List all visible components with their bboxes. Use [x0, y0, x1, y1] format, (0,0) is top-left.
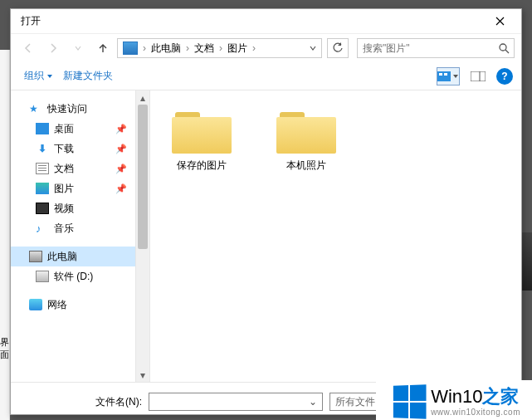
- sidebar-quick-access[interactable]: ★快速访问: [11, 99, 135, 119]
- document-icon: [36, 163, 49, 174]
- svg-rect-3: [444, 73, 447, 76]
- new-folder-label: 新建文件夹: [63, 69, 113, 83]
- folder-icon: [276, 107, 336, 154]
- filter-label: 所有文件: [335, 395, 375, 409]
- view-mode-button[interactable]: [437, 67, 460, 85]
- pin-icon: 📌: [115, 144, 127, 154]
- breadcrumb-dropdown[interactable]: [306, 44, 320, 52]
- organize-button[interactable]: 组织: [19, 66, 58, 86]
- folder-name: 保存的图片: [177, 159, 227, 173]
- folder-name: 本机照片: [286, 159, 326, 173]
- folder-icon: [172, 107, 232, 154]
- sidebar-item-label: 下载: [54, 142, 74, 156]
- svg-rect-2: [439, 73, 442, 76]
- sidebar-item-desktop[interactable]: 桌面📌: [11, 119, 135, 139]
- dialog-body: ★快速访问 桌面📌 ⬇下载📌 文档📌 图片📌 视频 ♪音乐 此电脑 软件 (D:…: [11, 90, 521, 382]
- sidebar-item-label: 图片: [54, 182, 74, 196]
- windows-logo-icon: [393, 384, 427, 418]
- toolbar: 组织 新建文件夹 ?: [11, 62, 521, 90]
- sidebar-item-drive[interactable]: 软件 (D:): [11, 266, 135, 286]
- watermark-brand: Win10之家: [431, 387, 520, 407]
- breadcrumb-bar[interactable]: › 此电脑 › 文档 › 图片 ›: [117, 38, 322, 58]
- scroll-track[interactable]: [136, 105, 149, 368]
- watermark: Win10之家 www.win10xitong.com: [376, 380, 532, 420]
- sidebar-item-label: 软件 (D:): [54, 270, 93, 284]
- pin-icon: 📌: [115, 183, 127, 194]
- sidebar-item-pictures[interactable]: 图片📌: [11, 178, 135, 198]
- download-icon: ⬇: [36, 143, 49, 154]
- search-input[interactable]: [358, 42, 494, 54]
- network-icon: [29, 299, 42, 310]
- filename-input[interactable]: [153, 396, 307, 408]
- close-button[interactable]: [483, 10, 516, 33]
- titlebar: 打开: [11, 9, 521, 34]
- window-title: 打开: [21, 14, 483, 28]
- help-button[interactable]: ?: [496, 68, 513, 85]
- desktop-icon: [36, 123, 49, 134]
- chevron-down-icon[interactable]: ⌄: [307, 396, 319, 408]
- pc-icon: [29, 251, 42, 262]
- forward-button[interactable]: [42, 37, 64, 59]
- scroll-down-icon[interactable]: ▾: [136, 368, 149, 382]
- sidebar-network[interactable]: 网络: [11, 295, 135, 315]
- sidebar: ★快速访问 桌面📌 ⬇下载📌 文档📌 图片📌 视频 ♪音乐 此电脑 软件 (D:…: [11, 90, 150, 382]
- pin-icon: 📌: [115, 124, 127, 134]
- chevron-right-icon: ›: [251, 42, 257, 54]
- chevron-right-icon: ›: [184, 42, 191, 54]
- video-icon: [36, 203, 49, 214]
- chevron-right-icon: ›: [141, 42, 148, 54]
- crumb-pc[interactable]: 此电脑: [148, 42, 184, 56]
- sidebar-item-music[interactable]: ♪音乐: [11, 218, 135, 238]
- svg-point-0: [500, 44, 506, 51]
- watermark-url: www.win10xitong.com: [431, 408, 520, 417]
- svg-rect-1: [437, 71, 451, 81]
- behind-label: 界面: [0, 336, 9, 361]
- content-area[interactable]: 保存的图片 本机照片: [150, 90, 521, 382]
- sidebar-item-downloads[interactable]: ⬇下载📌: [11, 139, 135, 159]
- organize-label: 组织: [24, 69, 44, 83]
- music-icon: ♪: [36, 222, 49, 234]
- scroll-thumb[interactable]: [138, 105, 148, 249]
- sidebar-item-label: 桌面: [54, 122, 74, 136]
- this-pc-label: 此电脑: [47, 250, 77, 264]
- recent-dropdown[interactable]: [67, 37, 89, 59]
- up-button[interactable]: [92, 37, 114, 59]
- sidebar-scrollbar[interactable]: ▴ ▾: [135, 90, 149, 382]
- star-icon: ★: [29, 103, 42, 115]
- back-button[interactable]: [17, 37, 39, 59]
- sidebar-item-videos[interactable]: 视频: [11, 198, 135, 218]
- preview-pane-button[interactable]: [466, 67, 490, 85]
- folder-item[interactable]: 保存的图片: [162, 107, 242, 173]
- sidebar-this-pc[interactable]: 此电脑: [11, 247, 135, 266]
- svg-rect-4: [471, 71, 486, 81]
- background-strip: [520, 232, 532, 291]
- network-label: 网络: [47, 298, 67, 312]
- chevron-right-icon: ›: [217, 42, 224, 54]
- crumb-docs[interactable]: 文档: [191, 42, 217, 56]
- search-icon[interactable]: [494, 42, 514, 54]
- scroll-up-icon[interactable]: ▴: [136, 90, 149, 105]
- sidebar-item-label: 文档: [54, 162, 74, 176]
- search-box[interactable]: [357, 38, 515, 58]
- open-dialog: 打开 › 此电脑 › 文档 › 图片 › 组织 新建文件夹: [10, 8, 522, 415]
- pc-icon: [123, 42, 138, 55]
- refresh-button[interactable]: [327, 38, 349, 58]
- picture-icon: [36, 183, 49, 194]
- pin-icon: 📌: [115, 164, 127, 174]
- sidebar-item-documents[interactable]: 文档📌: [11, 159, 135, 178]
- quick-access-label: 快速访问: [47, 102, 87, 116]
- folder-item[interactable]: 本机照片: [266, 107, 346, 173]
- sidebar-item-label: 音乐: [54, 222, 74, 236]
- filename-label: 文件名(N):: [95, 395, 142, 409]
- crumb-pics[interactable]: 图片: [224, 42, 251, 56]
- new-folder-button[interactable]: 新建文件夹: [58, 66, 118, 86]
- filename-field[interactable]: ⌄: [149, 393, 323, 411]
- sidebar-item-label: 视频: [54, 202, 74, 216]
- nav-row: › 此电脑 › 文档 › 图片 ›: [11, 34, 521, 62]
- disk-icon: [36, 271, 49, 282]
